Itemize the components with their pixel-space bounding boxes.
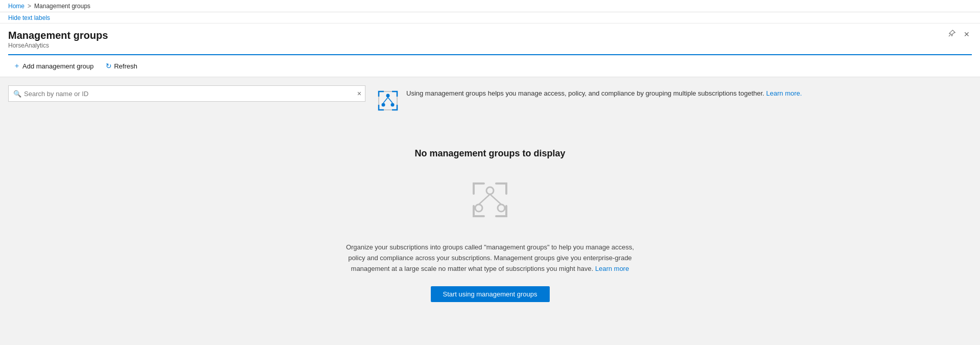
search-clear-button[interactable]: × (357, 90, 361, 97)
svg-line-5 (383, 98, 388, 103)
svg-point-3 (382, 103, 385, 107)
close-button[interactable]: ✕ (962, 29, 972, 39)
window-controls: ✕ (946, 29, 972, 39)
svg-line-6 (388, 98, 393, 103)
main-content: 🔍 × (0, 77, 980, 345)
info-text: Using management groups helps you manage… (406, 88, 802, 99)
info-learn-more-link[interactable]: Learn more. (766, 89, 802, 97)
svg-point-2 (386, 94, 390, 98)
empty-state: No management groups to display (8, 128, 972, 323)
page-subtitle: HorseAnalytics (8, 42, 972, 49)
svg-point-9 (498, 204, 505, 212)
svg-line-0 (949, 35, 951, 37)
svg-point-4 (391, 103, 395, 107)
breadcrumb-separator: > (28, 3, 31, 10)
svg-line-10 (479, 194, 490, 204)
page-title: Management groups (8, 29, 972, 42)
management-groups-icon (376, 88, 400, 114)
search-info-row: 🔍 × (8, 85, 972, 118)
search-input[interactable] (8, 85, 365, 102)
breadcrumb-bar: Home > Management groups (0, 0, 980, 12)
empty-state-description: Organize your subscriptions into groups … (342, 242, 638, 274)
page-header: ✕ Management groups HorseAnalytics ＋ Add… (0, 24, 980, 77)
empty-state-title: No management groups to display (414, 148, 565, 159)
svg-point-7 (486, 187, 494, 194)
search-wrapper: 🔍 × (8, 85, 365, 102)
refresh-icon: ↻ (106, 62, 112, 70)
hide-text-labels[interactable]: Hide text labels (0, 12, 980, 24)
svg-point-8 (475, 204, 482, 212)
empty-state-learn-more-link[interactable]: Learn more (595, 265, 629, 272)
svg-line-11 (490, 194, 501, 204)
refresh-button[interactable]: ↻ Refresh (101, 60, 142, 72)
header-actions: ＋ Add management group ↻ Refresh (8, 54, 972, 77)
empty-state-icon (464, 174, 516, 227)
add-management-group-button[interactable]: ＋ Add management group (8, 59, 99, 73)
plus-icon: ＋ (13, 61, 20, 71)
start-using-management-groups-button[interactable]: Start using management groups (431, 286, 550, 302)
breadcrumb-current: Management groups (34, 3, 90, 10)
search-icon: 🔍 (13, 90, 21, 98)
pin-button[interactable] (946, 29, 958, 39)
info-box: Using management groups helps you manage… (376, 85, 972, 118)
breadcrumb-home[interactable]: Home (8, 3, 24, 10)
